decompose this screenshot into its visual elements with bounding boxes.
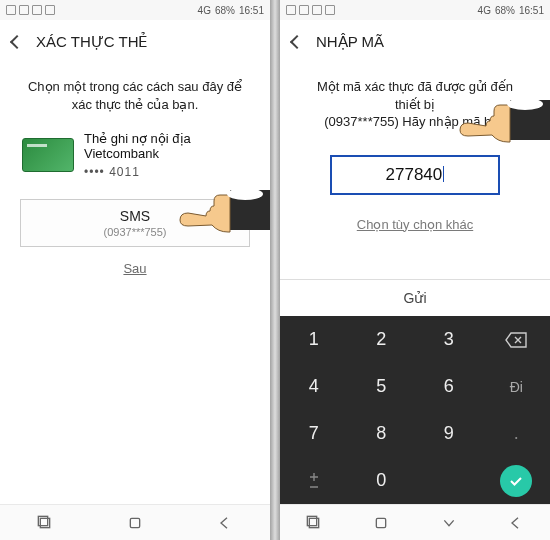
status-icon [286,5,296,15]
back-nav-icon[interactable] [217,515,233,531]
keyboard-hide-icon[interactable] [441,515,457,531]
later-link[interactable]: Sau [14,261,256,276]
status-icon [45,5,55,15]
home-icon[interactable] [127,515,143,531]
key-next[interactable]: Đi [483,363,551,410]
home-icon[interactable] [373,515,389,531]
back-nav-icon[interactable] [508,515,524,531]
key-9[interactable]: 9 [415,410,483,457]
key-8[interactable]: 8 [348,410,416,457]
key-1[interactable]: 1 [280,316,348,363]
instruction-text: Chọn một trong các cách sau đây để xác t… [24,78,246,113]
code-value: 277840 [386,165,443,184]
send-button[interactable]: Gửi [280,279,550,316]
sms-phone: (0937***755) [21,226,249,238]
clock-label: 16:51 [239,5,264,16]
card-name: Thẻ ghi nợ nội địa [84,131,191,146]
backspace-icon [505,332,527,348]
phone-right: 4G 68% 16:51 NHẬP MÃ Một mã xác thực đã … [280,0,550,540]
network-label: 4G [478,5,491,16]
key-7[interactable]: 7 [280,410,348,457]
battery-label: 68% [495,5,515,16]
status-icon [32,5,42,15]
header: XÁC THỰC THẺ [0,20,270,64]
status-icon [325,5,335,15]
key-3[interactable]: 3 [415,316,483,363]
key-5[interactable]: 5 [348,363,416,410]
key-0[interactable]: 0 [348,457,416,504]
key-empty [415,457,483,504]
key-2[interactable]: 2 [348,316,416,363]
back-icon[interactable] [10,35,24,49]
key-backspace[interactable] [483,316,551,363]
status-icon [6,5,16,15]
nav-bar [280,504,550,540]
page-title: XÁC THỰC THẺ [36,33,147,51]
status-icon [312,5,322,15]
battery-label: 68% [215,5,235,16]
recents-icon[interactable] [37,515,53,531]
back-icon[interactable] [290,35,304,49]
divider [270,0,280,540]
status-icon [19,5,29,15]
keypad: 1 2 3 4 5 6 Đi 7 8 9 . 0 [280,316,550,504]
key-6[interactable]: 6 [415,363,483,410]
sms-label: SMS [21,208,249,224]
recents-icon[interactable] [306,515,322,531]
card-image [22,138,74,172]
instruction-text: Một mã xác thực đã được gửi đến thiết bị… [304,78,526,131]
nav-bar [0,504,270,540]
phone-left: 4G 68% 16:51 XÁC THỰC THẺ Chọn một trong… [0,0,270,540]
plusminus-icon [306,473,322,489]
sms-button[interactable]: SMS (0937***755) [20,199,250,247]
status-bar: 4G 68% 16:51 [0,0,270,20]
key-done[interactable] [483,457,551,504]
card-last4: •••• 4011 [84,165,191,179]
svg-rect-5 [377,518,386,527]
check-icon [508,473,524,489]
other-option-link[interactable]: Chọn tùy chọn khác [294,217,536,232]
key-4[interactable]: 4 [280,363,348,410]
svg-rect-2 [130,518,139,527]
code-input[interactable]: 277840 [330,155,500,195]
card-row: Thẻ ghi nợ nội địa Vietcombank •••• 4011 [22,131,248,179]
card-bank: Vietcombank [84,146,191,161]
status-icon [299,5,309,15]
key-dot[interactable]: . [483,410,551,457]
page-title: NHẬP MÃ [316,33,384,51]
header: NHẬP MÃ [280,20,550,64]
clock-label: 16:51 [519,5,544,16]
key-sign[interactable] [280,457,348,504]
status-bar: 4G 68% 16:51 [280,0,550,20]
network-label: 4G [198,5,211,16]
